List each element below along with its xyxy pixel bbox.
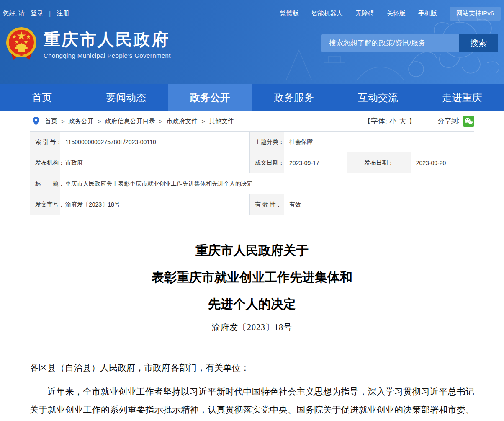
masthead: 重庆市人民政府 Chongqing Municipal People’s Gov… [0,23,504,62]
document-title-line1: 重庆市人民政府关于 [30,237,474,264]
topic-category-label: 主题分类： [250,132,284,152]
publish-date-label: 发布日期： [347,152,411,173]
publish-date-value: 2023-09-20 [411,152,474,173]
site-header: 您好, 请 登录 | 注册 繁體版 智能机器人 无障碍 关怀版 手机版 网站支持… [0,0,504,84]
title-label: 标 题： [30,173,60,194]
validity-label: 有 效 性： [250,194,284,215]
document-number: 渝府发〔2023〕18号 [30,322,474,333]
nav-item-gov-disclosure[interactable]: 政务公开 [168,84,252,111]
ipv6-badge[interactable]: 网站支持IPv6 [450,7,501,21]
breadcrumb-other-files[interactable]: 其他文件 [209,117,234,125]
table-row: 发布机构： 市政府 成文日期： 2023-09-17 发布日期： 2023-09… [30,152,474,173]
search-input[interactable] [321,34,459,52]
site-subtitle: Chongqing Municipal People’s Government [44,52,171,59]
breadcrumb-gov-disclosure[interactable]: 政务公开 [69,117,94,125]
doc-number-label: 发文字号： [30,194,60,215]
document-body: 各区县（自治县）人民政府，市政府各部门，有关单位： 近年来，全市就业创业工作者坚… [30,359,474,421]
accessibility-link[interactable]: 无障碍 [355,10,374,18]
topic-category-value: 社会保障 [284,132,474,152]
main-nav: 首页 要闻动态 政务公开 政务服务 互动交流 走进重庆 [0,84,504,111]
document-paragraph: 近年来，全市就业创业工作者坚持以习近平新时代中国特色社会主义思想为指导，深入学习… [30,383,474,421]
nav-item-gov-services[interactable]: 政务服务 [252,84,336,111]
nav-item-news[interactable]: 要闻动态 [84,84,168,111]
login-link[interactable]: 登录 [31,10,43,18]
breadcrumb-city-gov-files[interactable]: 市政府文件 [166,117,198,125]
written-date-label: 成文日期： [250,152,284,173]
breadcrumb-separator: > [201,118,205,125]
breadcrumb-separator: > [61,118,65,125]
table-row: 标 题： 重庆市人民政府关于表彰重庆市就业创业工作先进集体和先进个人的决定 [30,173,474,194]
search-box: 搜索 [321,34,498,52]
mobile-version-link[interactable]: 手机版 [418,10,437,18]
register-link[interactable]: 注册 [57,10,69,18]
location-pin-icon [32,116,40,126]
table-row: 索 引 号： 11500000009275780L/2023-00110 主题分… [30,132,474,152]
wechat-share-icon[interactable] [463,116,474,127]
document-title: 重庆市人民政府关于 表彰重庆市就业创业工作先进集体和 先进个人的决定 [30,237,474,318]
care-version-link[interactable]: 关怀版 [387,10,406,18]
font-size-label-open: 【字体: [364,116,387,126]
breadcrumb-home[interactable]: 首页 [45,117,57,125]
greeting-text: 您好, 请 [3,10,25,18]
issuing-agency-label: 发布机构： [30,152,60,173]
title-value: 重庆市人民政府关于表彰重庆市就业创业工作先进集体和先进个人的决定 [60,173,474,194]
breadcrumb-info-catalog[interactable]: 政府信息公开目录 [105,117,155,125]
smart-robot-link[interactable]: 智能机器人 [311,10,343,18]
written-date-value: 2023-09-17 [284,152,347,173]
index-number-label: 索 引 号： [30,132,60,152]
topbar-divider: | [49,10,51,17]
document-title-line2: 表彰重庆市就业创业工作先进集体和 [30,264,474,291]
font-size-label-close: 】 [409,116,416,126]
font-size-control: 【字体: 小 大 】 [364,116,416,126]
nav-item-about-chongqing[interactable]: 走进重庆 [420,84,504,111]
site-logo[interactable]: 重庆市人民政府 Chongqing Municipal People’s Gov… [5,26,171,62]
validity-value: 有效 [284,194,474,215]
search-button[interactable]: 搜索 [459,34,498,52]
table-row: 发文字号： 渝府发〔2023〕18号 有 效 性： 有效 [30,194,474,215]
breadcrumb-separator: > [98,118,101,125]
font-larger-button[interactable]: 大 [399,116,406,126]
issuing-agency-value: 市政府 [60,152,250,173]
index-number-value: 11500000009275780L/2023-00110 [60,132,250,152]
share-control: 分享到: [438,116,474,127]
breadcrumb: 首页 > 政务公开 > 政府信息公开目录 > 市政府文件 > 其他文件 【字体:… [30,111,474,131]
document-metadata-table: 索 引 号： 11500000009275780L/2023-00110 主题分… [30,131,474,215]
document-content: 重庆市人民政府关于 表彰重庆市就业创业工作先进集体和 先进个人的决定 渝府发〔2… [30,237,474,421]
topbar: 您好, 请 登录 | 注册 繁體版 智能机器人 无障碍 关怀版 手机版 网站支持… [0,0,504,23]
breadcrumb-separator: > [159,118,163,125]
document-salutation: 各区县（自治县）人民政府，市政府各部门，有关单位： [30,359,474,377]
share-label: 分享到: [438,117,460,126]
nav-item-home[interactable]: 首页 [0,84,84,111]
site-title: 重庆市人民政府 [44,29,171,49]
document-title-line3: 先进个人的决定 [30,291,474,318]
national-emblem-icon [5,26,38,62]
doc-number-value: 渝府发〔2023〕18号 [60,194,250,215]
font-smaller-button[interactable]: 小 [390,116,397,126]
traditional-chinese-link[interactable]: 繁體版 [280,10,299,18]
nav-item-interaction[interactable]: 互动交流 [336,84,420,111]
